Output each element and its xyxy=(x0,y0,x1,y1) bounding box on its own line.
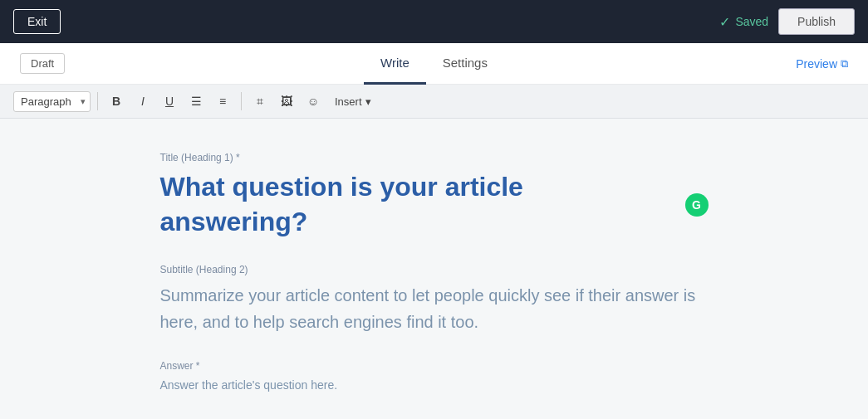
numbered-list-icon: ≡ xyxy=(219,95,226,108)
checkmark-icon: ✓ xyxy=(719,14,730,30)
saved-label: Saved xyxy=(735,15,768,28)
paragraph-select-wrapper: Paragraph xyxy=(13,91,91,112)
emoji-icon: ☺ xyxy=(307,95,319,108)
navbar-left: Draft xyxy=(20,53,364,74)
external-link-icon: ⧉ xyxy=(841,57,848,71)
saved-indicator: ✓ Saved xyxy=(719,14,768,30)
title-field[interactable]: What question is your article answering?… xyxy=(160,170,709,239)
underline-button[interactable]: U xyxy=(158,90,181,113)
answer-placeholder[interactable]: Answer the article's question here. xyxy=(160,378,709,392)
tab-settings[interactable]: Settings xyxy=(426,43,504,85)
subtitle-section: Subtitle (Heading 2) Summarize your arti… xyxy=(160,264,709,335)
insert-button[interactable]: Insert ▾ xyxy=(328,92,378,111)
preview-link[interactable]: Preview ⧉ xyxy=(796,57,848,71)
numbered-list-button[interactable]: ≡ xyxy=(211,90,234,113)
topbar-right: ✓ Saved Publish xyxy=(719,8,855,35)
navbar-center: Write Settings xyxy=(364,43,504,85)
draft-badge[interactable]: Draft xyxy=(20,53,65,74)
tab-write[interactable]: Write xyxy=(364,43,426,85)
publish-button[interactable]: Publish xyxy=(778,8,855,35)
toolbar-divider-1 xyxy=(97,92,98,110)
link-button[interactable]: ⌗ xyxy=(248,90,272,113)
grammarly-letter: G xyxy=(692,197,701,212)
insert-arrow-icon: ▾ xyxy=(365,95,371,108)
toolbar-divider-2 xyxy=(241,92,242,110)
grammarly-icon[interactable]: G xyxy=(685,193,709,217)
navbar-right: Preview ⧉ xyxy=(504,57,848,71)
navbar: Draft Write Settings Preview ⧉ xyxy=(0,43,868,85)
topbar: Exit ✓ Saved Publish xyxy=(0,0,868,43)
subtitle-text[interactable]: Summarize your article content to let pe… xyxy=(160,282,709,335)
exit-button[interactable]: Exit xyxy=(13,9,61,34)
emoji-button[interactable]: ☺ xyxy=(302,90,325,113)
subtitle-label: Subtitle (Heading 2) xyxy=(160,264,709,275)
title-text: What question is your article answering? xyxy=(160,170,675,239)
answer-section: Answer * Answer the article's question h… xyxy=(160,360,709,392)
toolbar: Paragraph B I U ☰ ≡ ⌗ 🖼 ☺ Insert ▾ xyxy=(0,85,868,119)
title-label: Title (Heading 1) * xyxy=(160,152,709,163)
topbar-left: Exit xyxy=(13,9,61,34)
image-button[interactable]: 🖼 xyxy=(275,90,298,113)
insert-label: Insert xyxy=(335,95,362,108)
editor-area: Title (Heading 1) * What question is you… xyxy=(144,152,725,392)
preview-label: Preview xyxy=(796,57,837,71)
answer-label: Answer * xyxy=(160,360,709,372)
link-icon: ⌗ xyxy=(257,95,263,109)
bullet-list-icon: ☰ xyxy=(191,95,202,108)
paragraph-select[interactable]: Paragraph xyxy=(13,91,91,112)
image-icon: 🖼 xyxy=(281,95,292,108)
bold-button[interactable]: B xyxy=(105,90,128,113)
italic-button[interactable]: I xyxy=(131,90,154,113)
bullet-list-button[interactable]: ☰ xyxy=(184,90,208,113)
